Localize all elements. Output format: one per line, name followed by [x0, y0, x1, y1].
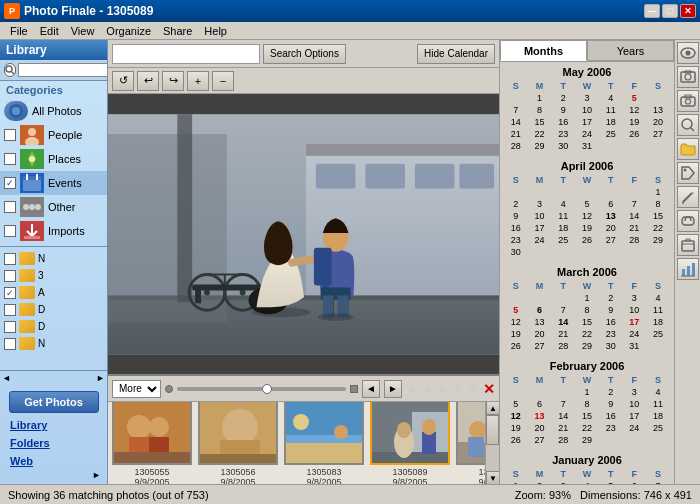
web-link[interactable]: Web — [4, 452, 103, 470]
thumb-scrollbar[interactable]: ▲ ▼ — [485, 402, 499, 484]
cal-cell[interactable]: 8 — [646, 198, 670, 210]
cal-cell[interactable]: 3 — [528, 198, 552, 210]
cal-cell[interactable]: 13 — [528, 410, 552, 422]
cal-cell[interactable]: 5 — [575, 198, 599, 210]
rotate-left-button[interactable]: ↩ — [137, 71, 159, 91]
cal-cell[interactable] — [599, 140, 623, 152]
cal-cell[interactable]: 26 — [575, 234, 599, 246]
cal-cell[interactable]: 29 — [575, 340, 599, 352]
sidebar-item-other[interactable]: Other — [0, 195, 107, 219]
cal-cell[interactable]: 30 — [551, 140, 575, 152]
folder-3-checkbox[interactable] — [4, 270, 16, 282]
cal-cell[interactable]: 25 — [551, 234, 575, 246]
cal-cell[interactable]: 27 — [528, 340, 552, 352]
cal-cell[interactable] — [599, 246, 623, 258]
cal-cell[interactable]: 12 — [504, 316, 528, 328]
cal-cell[interactable]: 27 — [646, 128, 670, 140]
cal-cell[interactable]: 22 — [646, 222, 670, 234]
cal-cell[interactable]: 1 — [575, 386, 599, 398]
cal-cell[interactable]: 4 — [646, 292, 670, 304]
cal-cell[interactable]: 2 — [599, 386, 623, 398]
cal-cell[interactable] — [528, 292, 552, 304]
cal-cell[interactable]: 11 — [646, 398, 670, 410]
cal-cell[interactable]: 9 — [599, 304, 623, 316]
cal-cell[interactable] — [623, 434, 647, 446]
zoom-out-button[interactable]: − — [212, 71, 234, 91]
thumb-scroll-up[interactable]: ▲ — [486, 402, 499, 415]
cal-cell[interactable]: 1 — [575, 292, 599, 304]
cal-cell[interactable]: 19 — [504, 422, 528, 434]
cal-cell[interactable]: 9 — [551, 104, 575, 116]
next-thumb-button[interactable]: ► — [384, 380, 402, 398]
prev-thumb-button[interactable]: ◄ — [362, 380, 380, 398]
cal-cell[interactable]: 2 — [599, 292, 623, 304]
cal-cell[interactable]: 14 — [551, 410, 575, 422]
thumbnail-next[interactable]: 1305090 9/8/2005 — [456, 402, 485, 484]
cal-cell[interactable] — [551, 246, 575, 258]
cal-cell[interactable]: 6 — [623, 480, 647, 484]
thumb-scroll-down[interactable]: ▼ — [486, 471, 499, 484]
cal-cell[interactable]: 19 — [623, 116, 647, 128]
cal-cell[interactable]: 21 — [504, 128, 528, 140]
cal-cell[interactable]: 11 — [551, 210, 575, 222]
cal-cell[interactable]: 11 — [599, 104, 623, 116]
cal-cell[interactable] — [528, 386, 552, 398]
menu-file[interactable]: File — [4, 22, 34, 39]
cal-cell-today[interactable]: 5 — [623, 92, 647, 104]
cal-cell[interactable]: 20 — [528, 328, 552, 340]
cal-cell[interactable]: 3 — [623, 386, 647, 398]
sidebar-item-places[interactable]: Places — [0, 147, 107, 171]
calendars-scroll[interactable]: May 2006 SMTWTFS 12345 78910111213 14151… — [500, 62, 674, 484]
sidebar-item-events[interactable]: Events — [0, 171, 107, 195]
cal-cell[interactable] — [504, 292, 528, 304]
cal-cell[interactable]: 10 — [575, 104, 599, 116]
cal-cell[interactable]: 29 — [575, 434, 599, 446]
menu-organize[interactable]: Organize — [100, 22, 157, 39]
thumbnail-1305089[interactable]: 1305089 9/8/2005 — [370, 402, 450, 484]
cal-cell[interactable]: 2 — [551, 92, 575, 104]
cal-cell[interactable]: 25 — [646, 422, 670, 434]
folder-item-d2[interactable]: D — [0, 318, 107, 335]
sidebar-scroll-left[interactable]: ◄ — [0, 371, 13, 384]
cal-cell[interactable]: 17 — [623, 316, 647, 328]
cal-cell[interactable]: 10 — [528, 210, 552, 222]
cal-cell[interactable]: 24 — [623, 422, 647, 434]
cal-cell[interactable]: 17 — [528, 222, 552, 234]
cal-cell[interactable]: 4 — [646, 386, 670, 398]
star-5[interactable]: ★ — [466, 381, 479, 397]
hide-calendar-button[interactable]: Hide Calendar — [417, 44, 495, 64]
cal-cell[interactable]: 16 — [599, 316, 623, 328]
folder-a-checkbox[interactable] — [4, 287, 16, 299]
cal-cell[interactable]: 15 — [528, 116, 552, 128]
cal-cell[interactable]: 6 — [599, 198, 623, 210]
star-2[interactable]: ★ — [421, 381, 434, 397]
folder-item-n[interactable]: N — [0, 250, 107, 267]
cal-cell[interactable]: 19 — [504, 328, 528, 340]
cal-cell[interactable]: 9 — [504, 210, 528, 222]
rsi-chart[interactable] — [677, 258, 699, 280]
cal-cell[interactable]: 21 — [623, 222, 647, 234]
library-link[interactable]: Library — [4, 416, 103, 434]
cal-cell[interactable]: 16 — [551, 116, 575, 128]
rsi-folder[interactable] — [677, 138, 699, 160]
rsi-pencil[interactable] — [677, 186, 699, 208]
cal-cell[interactable] — [623, 246, 647, 258]
folder-item-a[interactable]: A — [0, 284, 107, 301]
cal-cell[interactable]: 18 — [551, 222, 575, 234]
cal-cell[interactable]: 12 — [504, 410, 528, 422]
sidebar-search-icon[interactable] — [4, 63, 16, 77]
cal-cell[interactable]: 23 — [599, 328, 623, 340]
cal-cell[interactable]: 8 — [575, 304, 599, 316]
get-photos-button[interactable]: Get Photos — [9, 391, 99, 413]
cal-cell[interactable]: 7 — [623, 198, 647, 210]
cal-cell[interactable]: 20 — [599, 222, 623, 234]
folder-n2-checkbox[interactable] — [4, 338, 16, 350]
cal-cell[interactable]: 21 — [551, 328, 575, 340]
cal-cell[interactable]: 7 — [504, 104, 528, 116]
cal-cell[interactable]: 24 — [575, 128, 599, 140]
cal-cell[interactable] — [504, 92, 528, 104]
rsi-camera[interactable] — [677, 90, 699, 112]
cal-cell[interactable]: 29 — [646, 234, 670, 246]
cal-cell[interactable]: 5 — [504, 304, 528, 316]
cal-cell[interactable]: 14 — [551, 316, 575, 328]
